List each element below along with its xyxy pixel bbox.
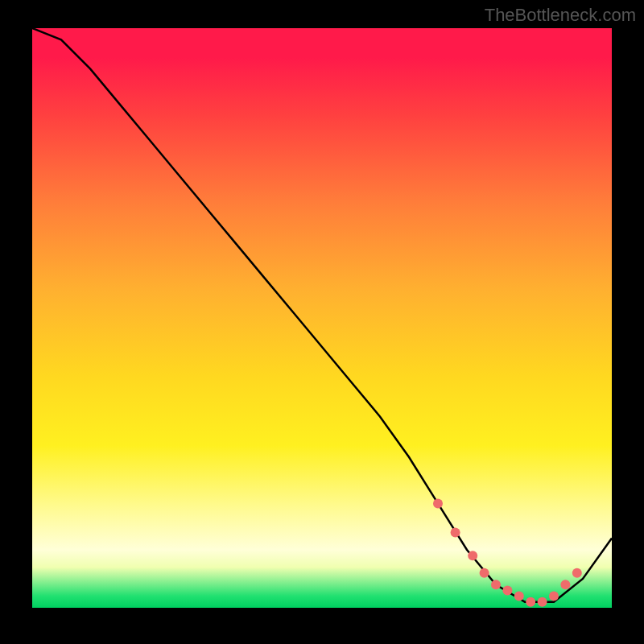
marker-dot	[451, 527, 460, 537]
marker-dot	[502, 585, 512, 595]
marker-dot	[433, 498, 443, 508]
marker-dot	[560, 580, 570, 589]
marker-dot	[468, 551, 477, 560]
chart-svg	[32, 28, 612, 608]
marker-dot	[480, 568, 489, 578]
marker-dot	[491, 580, 501, 589]
optimal-region-markers	[433, 498, 582, 606]
marker-dot	[572, 568, 582, 578]
bottleneck-chart	[32, 28, 612, 608]
bottleneck-curve-line	[32, 28, 612, 602]
marker-dot	[526, 597, 535, 607]
marker-dot	[549, 592, 559, 601]
marker-dot	[514, 592, 524, 601]
watermark-text: TheBottleneck.com	[485, 5, 636, 26]
marker-dot	[538, 597, 547, 607]
